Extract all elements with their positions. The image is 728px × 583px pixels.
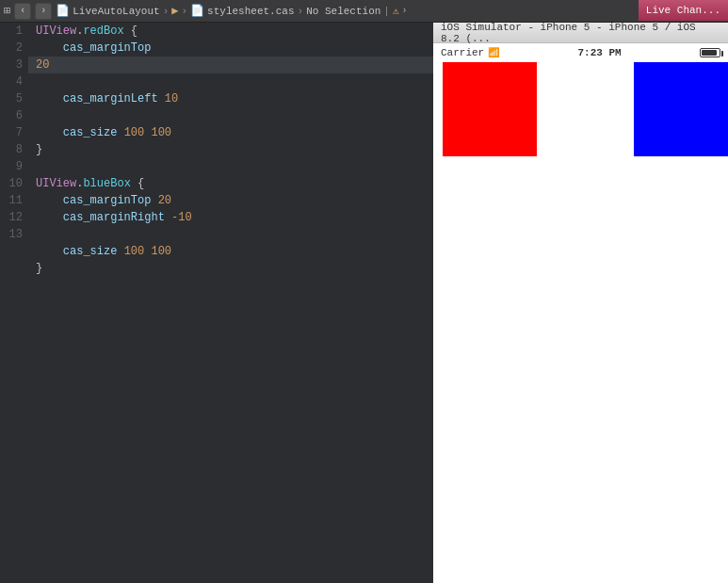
simulator-screen: Carrier 📶 7:23 PM xyxy=(433,43,728,583)
battery-icon xyxy=(700,48,720,57)
warning-icon: ⚠ xyxy=(393,5,399,17)
main-area: 1 2 3 4 5 6 7 8 9 10 11 12 13 UIView.red… xyxy=(0,23,728,583)
breadcrumb-sep-3: › xyxy=(298,6,304,17)
carrier-label: Carrier xyxy=(441,47,484,58)
top-bar: ⊞ ‹ › 📄 LiveAutoLayout › ▶ › 📄 styleshee… xyxy=(0,0,728,23)
breadcrumb-sep-2: › xyxy=(182,6,188,17)
simulator-title-bar: iOS Simulator - iPhone 5 - iPhone 5 / iO… xyxy=(433,23,728,43)
code-content[interactable]: UIView.redBox { cas_marginTop 20 cas_mar… xyxy=(28,23,433,277)
battery-area xyxy=(700,48,720,57)
breadcrumb-chevron: › xyxy=(402,6,408,16)
breadcrumb-folder-icon: ▶ xyxy=(171,4,178,18)
nav-forward-button[interactable]: › xyxy=(35,3,52,20)
breadcrumb: 📄 LiveAutoLayout › ▶ › 📄 stylesheet.cas … xyxy=(56,4,407,18)
nav-back-button[interactable]: ‹ xyxy=(14,3,31,20)
breadcrumb-file-icon-2: 📄 xyxy=(190,4,204,18)
ios-simulator: iOS Simulator - iPhone 5 - iPhone 5 / iO… xyxy=(433,23,728,583)
red-box xyxy=(443,62,537,156)
time-label: 7:23 PM xyxy=(578,47,622,58)
breadcrumb-selection[interactable]: No Selection xyxy=(306,6,380,17)
breadcrumb-file-icon: 📄 xyxy=(56,4,70,18)
breadcrumb-filename[interactable]: stylesheet.cas xyxy=(207,6,294,17)
breadcrumb-project[interactable]: LiveAutoLayout xyxy=(73,6,159,17)
carrier-area: Carrier 📶 xyxy=(441,47,499,58)
simulator-status-bar: Carrier 📶 7:23 PM xyxy=(433,43,728,62)
simulator-title: iOS Simulator - iPhone 5 - iPhone 5 / iO… xyxy=(441,23,720,44)
line-numbers: 1 2 3 4 5 6 7 8 9 10 11 12 13 xyxy=(0,23,28,243)
breadcrumb-sep-1: › xyxy=(163,6,170,17)
wifi-icon: 📶 xyxy=(488,47,499,58)
code-editor[interactable]: 1 2 3 4 5 6 7 8 9 10 11 12 13 UIView.red… xyxy=(0,23,433,583)
breadcrumb-sep-4: | xyxy=(383,6,390,17)
blue-box xyxy=(634,62,728,156)
grid-icon: ⊞ xyxy=(4,4,10,18)
